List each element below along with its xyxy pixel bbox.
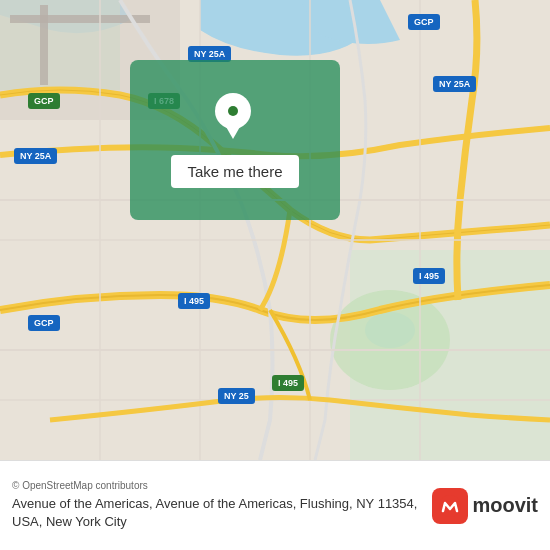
info-bar: © OpenStreetMap contributors Avenue of t… — [0, 460, 550, 550]
road-badge-gcp-left: GCP — [28, 93, 60, 109]
road-badge-i495-right: I 495 — [413, 268, 445, 284]
pin-dot — [228, 106, 238, 116]
svg-rect-7 — [40, 5, 48, 85]
road-badge-ny25a-right: NY 25A — [433, 76, 476, 92]
road-badge-gcp-bottom: I 495 — [272, 375, 304, 391]
address-text: Avenue of the Americas, Avenue of the Am… — [12, 495, 432, 531]
pin-circle — [215, 93, 251, 129]
svg-point-16 — [439, 495, 461, 517]
moovit-logo[interactable]: moovit — [432, 488, 538, 524]
take-me-there-button[interactable]: Take me there — [171, 155, 298, 188]
info-left: © OpenStreetMap contributors Avenue of t… — [12, 480, 432, 531]
road-badge-ny25a-left: NY 25A — [14, 148, 57, 164]
location-pin — [215, 93, 255, 141]
road-badge-ny25: NY 25 — [218, 388, 255, 404]
road-badge-i495-mid: I 495 — [178, 293, 210, 309]
map-marker-area: Take me there — [130, 60, 340, 220]
moovit-text: moovit — [472, 494, 538, 517]
road-badge-i678: GCP — [408, 14, 440, 30]
map-container: GCP I 678 I 495 NY 25A NY 25A NY 25A GCP… — [0, 0, 550, 460]
road-badge-i495-left: GCP — [28, 315, 60, 331]
moovit-icon — [432, 488, 468, 524]
osm-credit: © OpenStreetMap contributors — [12, 480, 432, 491]
